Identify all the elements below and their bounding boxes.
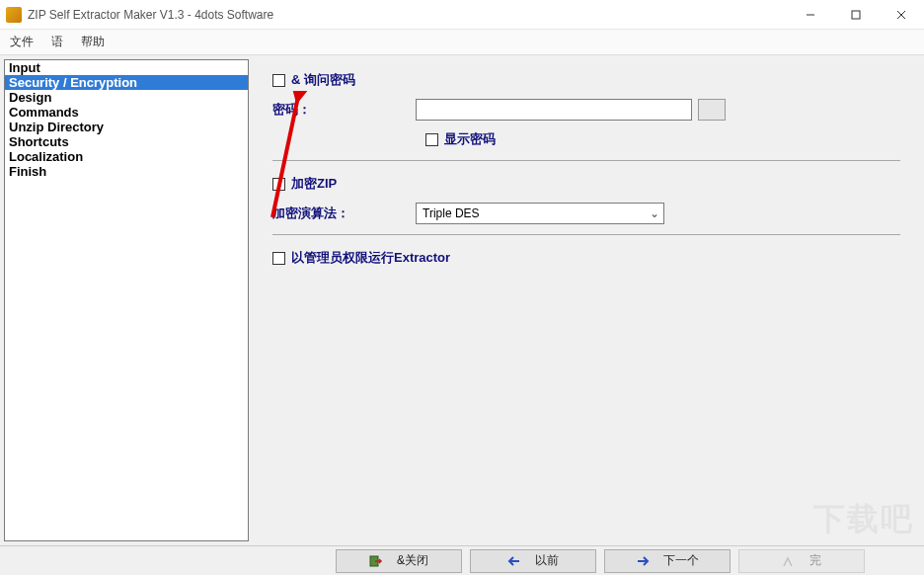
sidebar-item-finish[interactable]: Finish bbox=[5, 164, 248, 179]
maximize-button[interactable] bbox=[833, 0, 879, 30]
prev-label: 以前 bbox=[535, 552, 559, 569]
sidebar-item-design[interactable]: Design bbox=[5, 90, 248, 105]
exit-icon bbox=[369, 554, 383, 568]
divider-1 bbox=[272, 160, 900, 161]
minimize-button[interactable] bbox=[788, 0, 833, 30]
close-wizard-button[interactable]: &关闭 bbox=[336, 549, 462, 573]
sidebar-item-security[interactable]: Security / Encryption bbox=[5, 75, 248, 90]
next-button[interactable]: 下一个 bbox=[604, 549, 731, 573]
algorithm-label: 加密演算法： bbox=[272, 205, 416, 222]
ask-password-label: & 询问密码 bbox=[291, 71, 355, 89]
svg-rect-1 bbox=[852, 11, 860, 19]
titlebar: ZIP Self Extractor Maker V1.3 - 4dots So… bbox=[0, 0, 924, 30]
sidebar-item-shortcuts[interactable]: Shortcuts bbox=[5, 134, 248, 149]
sidebar-item-localization[interactable]: Localization bbox=[5, 149, 248, 164]
encrypt-zip-label: 加密ZIP bbox=[291, 175, 337, 193]
next-label: 下一个 bbox=[663, 552, 699, 569]
password-aux-button[interactable] bbox=[698, 99, 726, 121]
app-icon bbox=[6, 7, 22, 23]
menu-language[interactable]: 语 bbox=[51, 34, 63, 50]
password-input[interactable] bbox=[416, 99, 692, 121]
finish-label: 完 bbox=[809, 552, 821, 569]
sidebar-item-commands[interactable]: Commands bbox=[5, 105, 248, 120]
sidebar: Input Security / Encryption Design Comma… bbox=[4, 59, 249, 541]
menu-file[interactable]: 文件 bbox=[10, 34, 34, 50]
run-as-admin-label: 以管理员权限运行Extractor bbox=[291, 249, 450, 267]
arrow-right-icon bbox=[636, 554, 650, 568]
arrow-left-icon bbox=[507, 554, 521, 568]
ask-password-checkbox[interactable] bbox=[272, 74, 285, 87]
close-button[interactable] bbox=[879, 0, 924, 30]
finish-button[interactable]: 完 bbox=[738, 549, 865, 573]
menu-help[interactable]: 帮助 bbox=[81, 34, 105, 50]
footer: &关闭 以前 下一个 完 bbox=[0, 545, 924, 575]
password-label: 密码： bbox=[272, 101, 416, 119]
algorithm-value: Triple DES bbox=[423, 206, 480, 220]
show-password-label: 显示密码 bbox=[444, 130, 496, 148]
main-panel: & 询问密码 密码： 显示密码 加密ZIP 加密演算法： Triple DES … bbox=[253, 55, 924, 545]
encrypt-zip-checkbox[interactable] bbox=[272, 178, 285, 191]
algorithm-combobox[interactable]: Triple DES ⌄ bbox=[416, 203, 664, 224]
divider-2 bbox=[272, 234, 900, 235]
prev-button[interactable]: 以前 bbox=[470, 549, 596, 573]
close-wizard-label: &关闭 bbox=[397, 552, 428, 569]
window-title: ZIP Self Extractor Maker V1.3 - 4dots So… bbox=[28, 8, 788, 22]
finish-icon bbox=[782, 554, 796, 568]
menubar: 文件 语 帮助 bbox=[0, 30, 924, 55]
run-as-admin-checkbox[interactable] bbox=[272, 252, 285, 265]
chevron-down-icon: ⌄ bbox=[646, 206, 663, 220]
sidebar-item-input[interactable]: Input bbox=[5, 60, 248, 75]
sidebar-item-unzip-directory[interactable]: Unzip Directory bbox=[5, 120, 248, 134]
show-password-checkbox[interactable] bbox=[425, 133, 438, 146]
